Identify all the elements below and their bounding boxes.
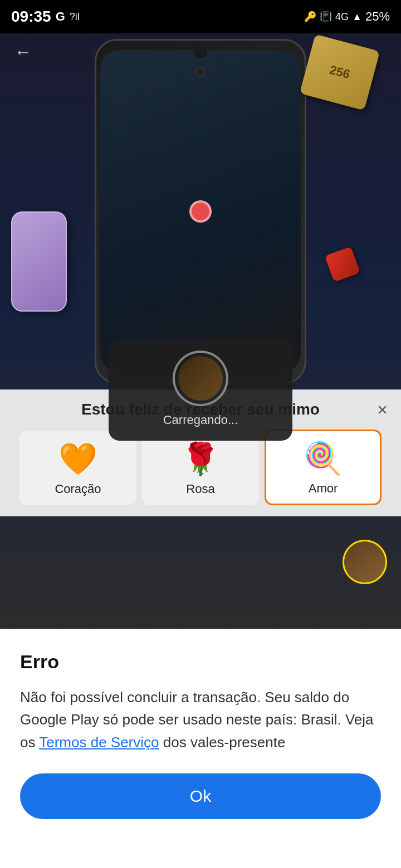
error-dialog: Erro Não foi possível concluir a transaç… [0, 629, 401, 868]
red-accessory [325, 246, 360, 282]
status-right: 🔑 📳 4G ▲ 25% [304, 9, 390, 24]
gift-avatar-inner [178, 356, 223, 401]
sd-card-label: 256 [328, 63, 351, 82]
ok-button[interactable]: Ok [20, 773, 381, 819]
amor-label: Amor [309, 481, 338, 496]
gift-item-amor[interactable]: 🍭 Amor [265, 430, 382, 505]
coracao-label: Coração [55, 482, 101, 496]
loading-text: Carregando... [163, 413, 238, 427]
key-icon: 🔑 [304, 11, 316, 23]
status-time: 09:35 [11, 8, 51, 26]
vibrate-icon: 📳 [320, 11, 332, 23]
gift-items-container: 🧡 Coração 🌹 Rosa 🍭 Amor [0, 430, 401, 505]
sd-card-accessory: 256 [300, 34, 380, 110]
phone-notch [194, 50, 207, 58]
error-message: Não foi possível concluir a transação. S… [20, 686, 381, 753]
status-bar: 09:35 G ?il 🔑 📳 4G ▲ 25% [0, 0, 401, 33]
signal-bars-icon: ▲ [352, 11, 362, 23]
phone-screen [100, 50, 301, 373]
user-avatar [343, 540, 387, 584]
rosa-emoji: 🌹 [181, 442, 220, 476]
record-icon [189, 200, 212, 223]
phone-mockup [95, 39, 306, 384]
error-message-suffix: dos vales-presente [159, 734, 286, 751]
battery-indicator: 25% [365, 9, 390, 24]
purple-phone-accessory [11, 211, 67, 312]
coracao-emoji: 🧡 [58, 442, 97, 476]
error-title: Erro [20, 651, 381, 673]
gift-item-rosa[interactable]: 🌹 Rosa [142, 431, 259, 505]
gift-loading-overlay: Carregando... [109, 339, 292, 441]
ok-button-label: Ok [190, 787, 211, 806]
amor-emoji: 🍭 [304, 441, 343, 476]
status-left: 09:35 G ?il [11, 8, 80, 26]
rosa-label: Rosa [186, 482, 214, 496]
gift-item-coracao[interactable]: 🧡 Coração [19, 431, 136, 505]
main-background: ← 256 [0, 0, 401, 629]
signal-4g-icon: 4G [335, 11, 349, 23]
phone-camera [195, 67, 206, 77]
terms-link[interactable]: Termos de Serviço [39, 734, 159, 751]
close-button[interactable]: × [377, 400, 388, 420]
back-button[interactable]: ← [14, 42, 32, 62]
gift-avatar-ring [173, 351, 228, 406]
google-icon: G [56, 9, 65, 24]
signal-icon: ?il [70, 11, 80, 23]
avatar-image [344, 541, 385, 583]
